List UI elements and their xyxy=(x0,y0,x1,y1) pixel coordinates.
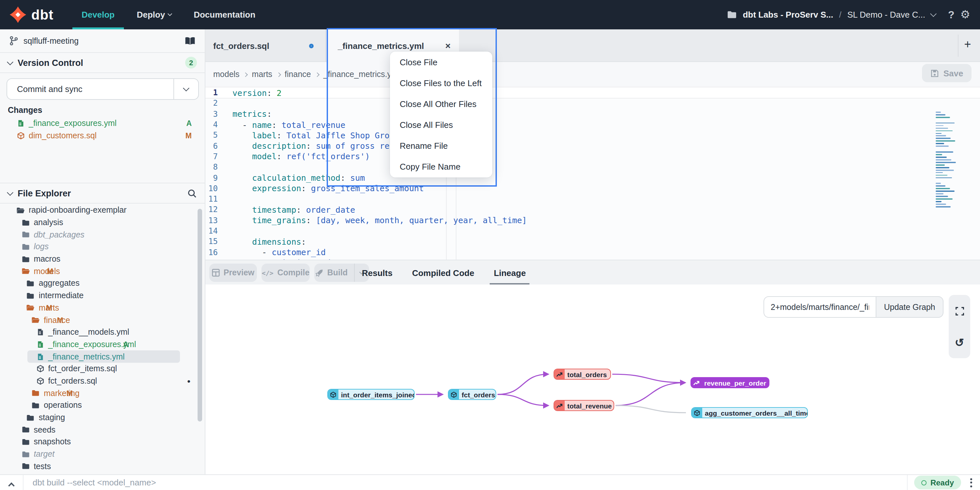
code-line-15: 15 dimensions: xyxy=(205,236,980,247)
sidebar-scrollbar[interactable] xyxy=(197,209,202,421)
tree-item-label: staging xyxy=(39,413,65,422)
tab-fct-orders[interactable]: fct_orders.sql xyxy=(205,29,326,62)
commit-and-sync-button[interactable]: Commit and sync xyxy=(6,78,199,100)
breadcrumb-item[interactable]: finance xyxy=(285,70,311,79)
lineage-node-int_order_items_joined[interactable]: int_order_items_joined xyxy=(327,389,415,400)
rocket-icon xyxy=(315,268,323,277)
ready-ring-icon xyxy=(921,480,926,485)
command-bar: dbt build --select <model_name> Ready xyxy=(0,474,980,490)
tree-item-staging[interactable]: staging xyxy=(0,411,205,423)
tree-item-models[interactable]: modelsM xyxy=(0,265,205,277)
code-editor[interactable]: 1version: 223metrics:4 - name: total_rev… xyxy=(205,87,980,260)
change-item-dim_customers.sql[interactable]: dim_customers.sqlM xyxy=(0,129,205,142)
reset-view-icon[interactable]: ↺ xyxy=(949,333,970,352)
project-selector[interactable]: SL Demo - Dave C... xyxy=(847,10,925,19)
lineage-node-total_revenue[interactable]: total_revenue xyxy=(554,400,614,411)
menu-item-rename-file[interactable]: Rename File xyxy=(390,136,492,156)
build-button[interactable]: Build xyxy=(314,263,369,282)
tree-item-fct_orders.sql[interactable]: fct_orders.sql• xyxy=(0,375,205,387)
nav-item-label: Deploy xyxy=(137,10,165,19)
help-icon[interactable]: ? xyxy=(948,9,955,21)
breadcrumb-item[interactable]: _finance_metrics.yml xyxy=(323,70,400,79)
folder-icon xyxy=(31,389,40,397)
tab-label: _finance_metrics.yml xyxy=(338,41,424,51)
tree-item-snapshots[interactable]: snapshots xyxy=(0,436,205,448)
close-icon[interactable]: × xyxy=(445,40,450,51)
tree-item-fct_order_items.sql[interactable]: fct_order_items.sql xyxy=(0,363,205,375)
menu-item-copy-file-name[interactable]: Copy File Name xyxy=(390,156,492,177)
kebab-menu-icon[interactable] xyxy=(970,478,972,487)
git-branch-row[interactable]: sqlfluff-meeting xyxy=(0,29,205,53)
lineage-node-total_orders[interactable]: total_orders xyxy=(554,369,611,380)
tree-item-_finance__models.yml[interactable]: _finance__models.yml xyxy=(0,326,205,338)
tree-item-dbt_packages[interactable]: dbt_packages xyxy=(0,229,205,241)
save-label: Save xyxy=(943,68,963,78)
tree-item-tests[interactable]: tests xyxy=(0,460,205,472)
menu-item-close-files-to-the-left[interactable]: Close Files to the Left xyxy=(390,72,492,93)
tree-item-aggregates[interactable]: aggregates xyxy=(0,277,205,289)
lineage-panel: int_order_items_joinedfct_orderstotal_or… xyxy=(205,284,980,474)
breadcrumb-item[interactable]: models xyxy=(213,70,240,79)
breadcrumb-item[interactable]: marts xyxy=(252,70,272,79)
panel-tab-results[interactable]: Results xyxy=(362,260,393,285)
tree-item-operations[interactable]: operations xyxy=(0,399,205,411)
gear-icon[interactable]: ⚙ xyxy=(961,9,970,20)
tree-item-finance[interactable]: financeM xyxy=(0,314,205,326)
chevron-up-icon[interactable] xyxy=(9,477,14,488)
change-file-name: _finance_exposures.yml xyxy=(29,118,117,128)
save-button[interactable]: Save xyxy=(922,64,972,82)
git-branch-icon xyxy=(9,36,18,46)
status-right: Ready xyxy=(907,475,980,490)
dbt-logo[interactable]: dbt xyxy=(0,0,70,29)
file-explorer-header[interactable]: File Explorer xyxy=(0,183,205,204)
panel-tab-lineage[interactable]: Lineage xyxy=(494,260,526,285)
commit-options-toggle[interactable] xyxy=(173,79,198,99)
chevron-down-icon[interactable] xyxy=(930,10,937,17)
folder-icon xyxy=(21,218,30,227)
nav-item-develop[interactable]: Develop xyxy=(70,0,126,29)
tree-item-rapid-onboarding-exemplar[interactable]: rapid-onboarding-exemplar xyxy=(0,204,205,216)
update-graph-button[interactable]: Update Graph xyxy=(876,296,943,318)
code-line-14: 14 xyxy=(205,226,980,236)
folder-icon xyxy=(26,291,35,300)
panel-tab-compiled-code[interactable]: Compiled Code xyxy=(412,260,474,285)
account-selector[interactable]: dbt Labs - ProServ S... xyxy=(743,10,833,19)
tree-item-seeds[interactable]: seeds xyxy=(0,424,205,436)
tree-item-label: snapshots xyxy=(33,437,71,447)
tree-item-marts[interactable]: martsM xyxy=(0,302,205,314)
command-input[interactable]: dbt build --select <model_name> xyxy=(33,477,156,487)
lineage-node-label: fct_orders xyxy=(459,389,496,399)
ready-label: Ready xyxy=(931,478,954,487)
tree-item-logs[interactable]: logs xyxy=(0,241,205,253)
tree-item-label: fct_orders.sql xyxy=(48,377,97,386)
lineage-node-agg_customer_orders__all_time[interactable]: agg_customer_orders__all_time xyxy=(691,407,808,418)
lineage-node-fct_orders[interactable]: fct_orders xyxy=(448,389,496,400)
lineage-selector-input[interactable] xyxy=(764,296,876,318)
menu-item-close-file[interactable]: Close File xyxy=(390,51,492,72)
tree-item-intermediate[interactable]: intermediate xyxy=(0,290,205,302)
compile-button[interactable]: </>Compile xyxy=(261,263,310,282)
nav-item-documentation[interactable]: Documentation xyxy=(183,0,266,29)
git-status-letter: M xyxy=(186,131,192,139)
docs-book-icon[interactable] xyxy=(185,36,196,45)
change-item-_finance_exposures.yml[interactable]: _finance_exposures.ymlA xyxy=(0,117,205,129)
nav-item-deploy[interactable]: Deploy xyxy=(126,0,183,29)
chevron-right-icon xyxy=(315,72,320,77)
tree-item-marketing[interactable]: marketingM xyxy=(0,387,205,399)
tree-item-_finance_exposures.yml[interactable]: _finance_exposures.ymlA xyxy=(0,338,205,350)
folder-icon xyxy=(21,230,30,239)
version-control-header[interactable]: Version Control 2 xyxy=(0,53,205,73)
tree-item-target[interactable]: target xyxy=(0,448,205,460)
menu-item-close-all-other-files[interactable]: Close All Other Files xyxy=(390,94,492,115)
tree-item-_finance_metrics.yml[interactable]: _finance_metrics.yml xyxy=(0,351,205,363)
search-icon[interactable] xyxy=(187,188,197,198)
tree-item-analysis[interactable]: analysis xyxy=(0,216,205,228)
lineage-node-revenue_per_order[interactable]: revenue_per_order xyxy=(690,377,769,388)
fullscreen-icon[interactable] xyxy=(949,302,970,321)
editor-minimap xyxy=(935,112,958,209)
preview-button[interactable]: Preview xyxy=(209,263,257,282)
new-tab-button[interactable]: + xyxy=(961,38,975,51)
menu-item-close-all-files[interactable]: Close All Files xyxy=(390,115,492,136)
doc-icon xyxy=(37,328,45,336)
tree-item-macros[interactable]: macros xyxy=(0,253,205,265)
